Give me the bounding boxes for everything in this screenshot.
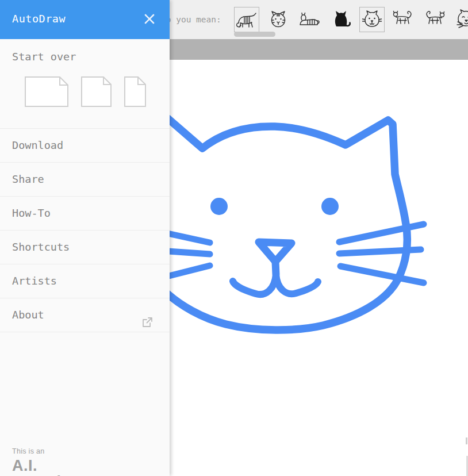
suggestion-scrollbar-thumb[interactable] [234,32,275,37]
suggestion-tiger-walking-icon[interactable] [234,7,259,32]
menu-item-download[interactable]: Download [0,129,170,163]
canvas-size-options [25,76,146,107]
suggestion-cat-face-icon[interactable] [359,7,385,32]
suggestion-tiger-face-icon[interactable] [266,7,291,32]
menu-item-share[interactable]: Share [0,163,170,197]
external-link-icon [141,309,154,342]
start-over-section: Start over [0,39,170,129]
menu-item-artists[interactable]: Artists [0,264,170,298]
footer-tagline: This is an [12,447,109,455]
suggestion-cat-walking-icon[interactable] [422,7,447,32]
portrait-canvas-icon[interactable] [124,76,146,107]
menu-item-about-label: About [12,309,44,321]
sidebar-menu: AutoDraw Start over [0,0,170,476]
landscape-canvas-icon[interactable] [25,76,68,107]
square-canvas-icon[interactable] [81,76,112,107]
footer-experiments: Experiments [12,474,109,476]
do-you-mean-label: Do you mean: [161,15,221,24]
suggestion-tiger-lying-icon[interactable] [297,7,322,32]
suggestion-cat-face-whiskers-icon[interactable] [453,7,468,32]
suggestion-cat-walking-tail-curled-icon[interactable] [390,7,416,32]
close-icon[interactable] [142,11,157,26]
ai-experiments-logo[interactable]: This is an A.I. Experiments [12,447,109,476]
footer-ai: A.I. [12,458,109,474]
right-edge-mark [466,437,467,444]
sidebar-header: AutoDraw [0,0,170,39]
start-over-label: Start over [12,51,76,63]
suggestion-cat-silhouette-icon[interactable] [328,7,353,32]
menu-item-how-to[interactable]: How-To [0,197,170,231]
menu-item-about[interactable]: About [0,298,170,332]
app-title: AutoDraw [12,13,66,25]
menu-item-shortcuts[interactable]: Shortcuts [0,231,170,264]
sidebar-nav: Download Share How-To Shortcuts Artists … [0,129,170,332]
